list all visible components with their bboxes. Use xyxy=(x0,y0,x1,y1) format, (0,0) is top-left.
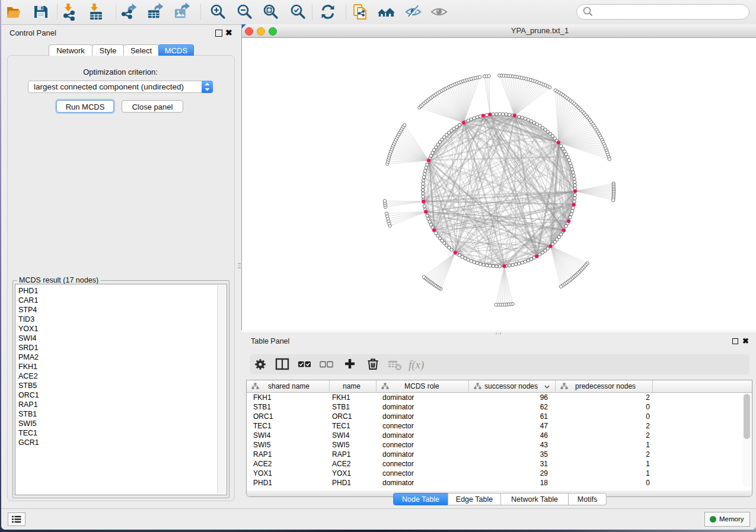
svg-text:f(x): f(x) xyxy=(409,358,424,371)
